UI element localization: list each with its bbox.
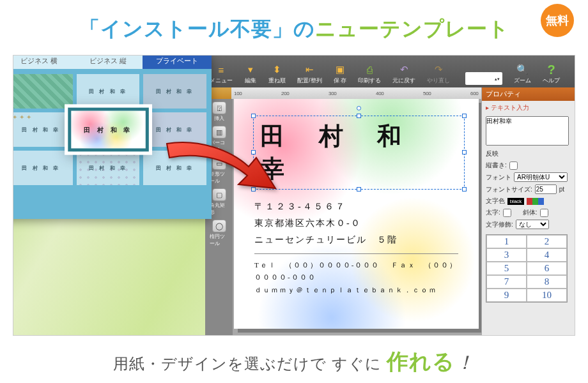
template-thumb[interactable]: 田 村 和 幸 — [143, 74, 206, 109]
decoration-row: 文字修飾: なし — [482, 218, 575, 230]
number-grid[interactable]: 12 34 56 78 910 — [486, 234, 568, 303]
arrow-icon — [160, 132, 288, 196]
layer-button[interactable]: ⬍重ね順 — [268, 64, 286, 87]
font-row: フォント AR明朝体U — [482, 171, 575, 183]
property-panel: プロパティ ▸ テキスト入力 田村和幸 反映 縦書き: フォント AR明朝体U … — [481, 87, 575, 335]
color-row: 文字色 black — [482, 195, 575, 207]
color-swatches[interactable] — [527, 198, 544, 205]
footer-exclaim: ！ — [455, 352, 475, 373]
handle-rotate[interactable] — [357, 106, 361, 110]
free-badge: 無料 — [541, 4, 574, 37]
menu-icon: ≡ — [215, 64, 228, 75]
fontsize-row: フォントサイズ: pt — [482, 183, 575, 195]
tab-biz-h[interactable]: ビジネス 横 — [13, 55, 74, 69]
style-row: 太字: 斜体: — [482, 207, 575, 218]
footer-pre: 用紙・デザインを選ぶだけで すぐに — [113, 355, 386, 372]
ellipse-icon: ◯ — [212, 220, 226, 232]
card-divider — [254, 253, 458, 254]
property-section[interactable]: ▸ テキスト入力 — [482, 101, 575, 115]
template-thumb[interactable]: 田 村 和 幸 — [77, 74, 140, 109]
zoom-stepper-icon[interactable]: ▴▾ — [495, 77, 500, 81]
footer-emphasis: 作れる — [387, 349, 455, 373]
save-icon: ▣ — [334, 64, 346, 75]
print-button[interactable]: ⎙印刷する — [358, 64, 381, 87]
save-button[interactable]: ▣保 存 — [334, 64, 347, 87]
top-toolbar: ≡メニュー ▾編集 ⬍重ね順 ⇤配置/整列 ▣保 存 ⎙印刷する ↶元に戻す ↷… — [206, 56, 575, 87]
template-thumb[interactable]: 田 村 和 幸 — [77, 151, 140, 185]
zoom-icon: 🔍 — [516, 64, 529, 75]
bold-checkbox[interactable] — [503, 209, 511, 217]
card-zip: 〒１２３-４５６７ — [254, 199, 465, 215]
template-thumb[interactable]: 田 村 和 幸 — [13, 112, 73, 147]
card-addr2: ニューセンチュリービル ５階 — [254, 232, 465, 248]
handle-br[interactable] — [462, 187, 467, 192]
align-icon: ⇤ — [303, 64, 316, 75]
headline-part1: 「インストール不要」 — [79, 17, 293, 40]
vertical-row: 縦書き: — [482, 160, 575, 171]
insert-tool[interactable]: ⍰挿入 — [210, 101, 229, 122]
headline-part2: ニューテンプレート — [315, 17, 509, 40]
font-select[interactable]: AR明朝体U — [514, 172, 568, 182]
zoom-input[interactable]: 240▴▾ — [465, 72, 502, 85]
property-header: プロパティ — [482, 87, 575, 101]
headline: 「インストール不要」のニューテンプレート 無料 — [0, 0, 588, 55]
card-contact: Tｅｌ （００）００００-０００ Ｆａｘ （００）００００-０００ ｄｕｍｍｙ＠… — [254, 259, 465, 297]
zoom-label-button[interactable]: 🔍ズーム — [514, 64, 531, 87]
tab-biz-v[interactable]: ビジネス 縦 — [74, 55, 143, 69]
zoom-control[interactable]: 240▴▾ — [461, 72, 502, 87]
tab-private[interactable]: プライベート — [143, 55, 212, 69]
template-thumb[interactable]: 田 村 和 幸 — [13, 151, 73, 185]
help-button[interactable]: ?ヘルプ — [543, 64, 560, 87]
help-icon: ? — [545, 64, 558, 75]
undo-icon: ↶ — [398, 64, 410, 75]
redo-icon: ↷ — [432, 64, 445, 75]
handle-tr[interactable] — [462, 114, 467, 118]
footer-caption: 用紙・デザインを選ぶだけで すぐに 作れる！ — [0, 336, 588, 377]
decoration-select[interactable]: なし — [516, 220, 549, 229]
menu-button[interactable]: ≡メニュー — [210, 64, 233, 87]
fontsize-input[interactable] — [535, 184, 557, 194]
vertical-checkbox[interactable] — [509, 161, 518, 170]
print-icon: ⎙ — [363, 64, 376, 75]
card-email: ｄｕｍｍｙ＠ｔｅｎｐｌａｔｅｂａｎｋ．ｃｏｍ — [254, 286, 437, 294]
card-name[interactable]: 田 村 和 幸 — [260, 120, 458, 185]
reflect-row: 反映 — [482, 148, 575, 160]
ellipse-tool[interactable]: ◯楕円ツール — [210, 220, 229, 247]
italic-checkbox[interactable] — [540, 209, 548, 217]
redo-button[interactable]: ↷やり直し — [427, 64, 450, 87]
align-button[interactable]: ⇤配置/整列 — [297, 64, 322, 87]
handle-bm[interactable] — [357, 187, 361, 192]
card-addr1: 東京都港区六本木０-０ — [254, 215, 465, 232]
headline-connector: の — [293, 17, 315, 40]
template-thumb[interactable] — [13, 74, 73, 109]
handle-tl[interactable] — [251, 114, 256, 118]
edit-button[interactable]: ▾編集 — [244, 64, 257, 87]
picker-tabs: ビジネス 横 ビジネス 縦 プライベート — [13, 55, 212, 69]
stage: ≡メニュー ▾編集 ⬍重ね順 ⇤配置/整列 ▣保 存 ⎙印刷する ↶元に戻す ↷… — [13, 55, 575, 336]
text-input[interactable]: 田村和幸 — [486, 116, 569, 146]
card-address: 〒１２３-４５６７ 東京都港区六本木０-０ ニューセンチュリービル ５階 — [254, 199, 465, 248]
insert-icon: ⍰ — [212, 101, 226, 114]
card-content: 田 村 和 幸 〒１２３-４５６７ 東京都港区六本木０-０ ニューセンチュリービ… — [234, 99, 479, 306]
layer-icon: ⬍ — [271, 64, 284, 75]
handle-tm[interactable] — [357, 114, 361, 118]
handle-mr[interactable] — [462, 150, 467, 154]
undo-button[interactable]: ↶元に戻す — [392, 64, 415, 87]
template-thumb-selected[interactable]: 田 村 和 幸 — [68, 107, 148, 151]
edit-icon: ▾ — [244, 64, 257, 75]
color-swatch[interactable]: black — [507, 198, 524, 205]
